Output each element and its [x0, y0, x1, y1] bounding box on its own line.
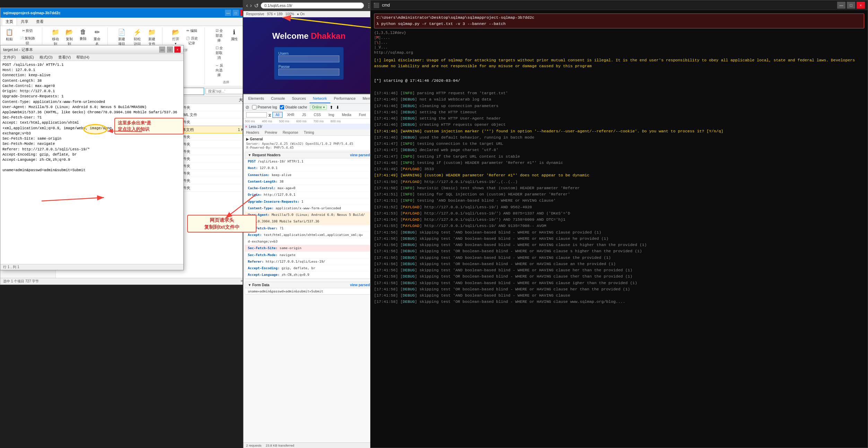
- cut-button[interactable]: ✂ 剪切: [17, 27, 38, 34]
- history-button[interactable]: 🕐 历史记录: [183, 35, 200, 47]
- maximize-button[interactable]: □: [233, 10, 239, 16]
- search-input[interactable]: [206, 88, 247, 94]
- form-data-view-parsed[interactable]: view parsed: [350, 283, 370, 287]
- headers-tab[interactable]: Headers: [243, 130, 262, 135]
- export-icon[interactable]: ⬇: [336, 105, 339, 110]
- notepad-min-button[interactable]: —: [159, 46, 165, 53]
- timing-300: 300 ms: [245, 120, 255, 123]
- filter-js[interactable]: JS: [299, 112, 309, 118]
- edit-button[interactable]: ✏ 编辑: [183, 27, 200, 34]
- cmd-max-btn[interactable]: □: [847, 2, 855, 9]
- devtools-tab-network[interactable]: Network: [310, 94, 330, 103]
- notepad-format-menu[interactable]: 格式(O): [37, 54, 55, 61]
- browser-toolbar: ‹ › ↺ 0.1/sqli/Less-19/ ⋮: [243, 0, 374, 11]
- web-form: Usern Passw: [274, 47, 344, 80]
- cmd-title-text: cmd: [382, 3, 390, 8]
- timing-700: 700 ms: [313, 120, 324, 123]
- devtools-panel: Elements Console Sources Network Perform…: [243, 94, 374, 448]
- url-bar[interactable]: 0.1/sqli/Less-19/: [261, 2, 364, 9]
- notepad-help-menu[interactable]: 帮助(H): [73, 54, 92, 61]
- minimize-button[interactable]: —: [225, 10, 231, 16]
- devtools-tabs: Elements Console Sources Network Perform…: [243, 94, 374, 104]
- ribbon-tab-home[interactable]: 主页: [2, 18, 17, 26]
- req-header-contenttype: Content-Type: application/x-www-form-url…: [245, 205, 373, 212]
- move-to-button[interactable]: 📁移动到: [49, 27, 62, 47]
- open-button[interactable]: 📂打开 ▾: [170, 27, 182, 47]
- cmd-log-19: [17:41:53] [PAYLOAD] http://127.0.0.1/sq…: [374, 210, 864, 216]
- filter-css[interactable]: CSS: [311, 112, 324, 118]
- cmd-log-17: [17:41:51] [INFO] testing 'AND boolean-b…: [374, 197, 864, 203]
- notepad-content[interactable]: POST /sqli/Less-19/ HTTP/1.1 Host: 127.0…: [0, 61, 183, 264]
- notepad-file-menu[interactable]: 文件(F): [0, 54, 18, 61]
- annotation-asterisk: 这里多余出来*是定点注入的知识: [114, 118, 184, 134]
- response-tab[interactable]: Response: [280, 130, 301, 135]
- import-icon[interactable]: ⬆: [330, 105, 333, 110]
- zoom-level: 100%: [285, 12, 294, 16]
- properties-button[interactable]: ℹ属性: [228, 27, 241, 79]
- notepad-close-button[interactable]: ×: [174, 46, 181, 53]
- timing-tab[interactable]: Timing: [301, 130, 317, 135]
- cmd-content[interactable]: C:\Users\Administrator\Desktop\sqlmap\sq…: [371, 10, 868, 448]
- cmd-log-24: [17:41:56] [DEBUG] skipping test 'AND bo…: [374, 242, 864, 248]
- select-none-button[interactable]: ☐ 全部取消: [212, 45, 227, 61]
- notepad-status: 行 1，列 1: [0, 264, 183, 270]
- notepad-status-text: 行 1，列 1: [3, 265, 19, 269]
- notepad-edit-menu[interactable]: 编辑(E): [18, 54, 37, 61]
- file-explorer-title: sqlmapproject-sqlmap-3b7dd2c: [3, 11, 61, 15]
- cmd-command: λ python sqlmap.py -r target.txt -v 3 --…: [376, 21, 862, 27]
- funnel-icon[interactable]: ⧖: [268, 113, 271, 117]
- devtools-tab-console[interactable]: Console: [268, 94, 288, 103]
- notepad-view-menu[interactable]: 查看(V): [55, 54, 74, 61]
- cmd-log-33: [17:41:58] [DEBUG] skipping test 'OR boo…: [374, 299, 864, 305]
- password-input[interactable]: [278, 69, 339, 76]
- cmd-log-18: [17:41:52] [PAYLOAD] http://127.0.0.1/sq…: [374, 204, 864, 210]
- timing-600: 600 ms: [296, 120, 307, 123]
- cmd-log-7: [17:41:46] [DEBUG] used the default beha…: [374, 134, 864, 140]
- ribbon-tab-view[interactable]: 查看: [32, 18, 47, 26]
- web-title: Welcome Dhakkan: [272, 31, 346, 41]
- password-field-group: Passw: [278, 64, 339, 76]
- devtools-status-bar: 2 requests 23.8 KB transferred: [243, 442, 374, 448]
- copy-to-button[interactable]: 📂复制到: [63, 27, 76, 47]
- view-parsed-link[interactable]: view parsed: [350, 153, 370, 157]
- devtools-tab-performance[interactable]: Performance: [330, 94, 359, 103]
- select-all-button[interactable]: ☑ 全部选择: [212, 27, 227, 44]
- banner-line-brackets: {1,3,5,12#dev}: [374, 30, 864, 35]
- devtools-tab-sources[interactable]: Sources: [288, 94, 309, 103]
- timing-800: 800 ms: [331, 120, 341, 123]
- username-input[interactable]: [278, 55, 339, 62]
- filter-input[interactable]: [246, 112, 267, 117]
- cmd-command-line: C:\Users\Administrator\Desktop\sqlmap\sq…: [374, 14, 864, 28]
- timing-bar: 300 ms 400 ms 500 ms 600 ms 700 ms 800 m…: [243, 119, 374, 124]
- cmd-min-btn[interactable]: —: [837, 2, 845, 9]
- invert-selection-button[interactable]: ↔ 反向选择: [212, 62, 227, 79]
- online-badge[interactable]: Online ▾: [310, 105, 327, 110]
- preserve-log-checkbox[interactable]: [252, 105, 257, 109]
- disable-cache-label[interactable]: Disable cache: [280, 105, 307, 109]
- clear-button[interactable]: ⊘: [245, 105, 249, 110]
- browser-forward-btn[interactable]: ›: [250, 2, 252, 9]
- preview-tab[interactable]: Preview: [262, 130, 280, 135]
- delete-button[interactable]: 🗑删除: [77, 27, 89, 47]
- req-header-contentlength: Content-Length: 38: [245, 178, 373, 185]
- ribbon-tabs: 主页 共享 查看: [0, 18, 249, 26]
- preserve-log-label[interactable]: Preserve log: [252, 105, 277, 109]
- filter-font[interactable]: Font: [356, 112, 369, 118]
- browser-refresh-btn[interactable]: ↺: [254, 2, 259, 9]
- filter-img[interactable]: Img: [325, 112, 337, 118]
- cmd-close-btn[interactable]: ×: [857, 2, 865, 9]
- disable-cache-checkbox[interactable]: [280, 105, 284, 109]
- rename-button[interactable]: ✏重命名: [91, 27, 103, 47]
- req-header-upgrade: Upgrade-Insecure-Requests: 1: [245, 199, 373, 205]
- notepad-max-button[interactable]: □: [167, 46, 173, 53]
- cmd-log-27: [17:41:56] [DEBUG] skipping test 'OR boo…: [374, 261, 864, 267]
- filter-media[interactable]: Media: [339, 112, 354, 118]
- network-request-row-1[interactable]: ✕ Less-19/: [243, 124, 374, 130]
- req-header-cachecontrol: Cache-Control: max-age=0: [245, 185, 373, 192]
- req-header-secfetchuser: Sec-Fetch-User: ?1: [245, 225, 373, 232]
- filter-xhr[interactable]: XHR: [284, 112, 297, 118]
- browser-back-btn[interactable]: ‹: [246, 2, 248, 9]
- filter-all[interactable]: All: [272, 112, 283, 118]
- devtools-tab-elements[interactable]: Elements: [245, 94, 268, 103]
- ribbon-tab-share[interactable]: 共享: [17, 18, 32, 26]
